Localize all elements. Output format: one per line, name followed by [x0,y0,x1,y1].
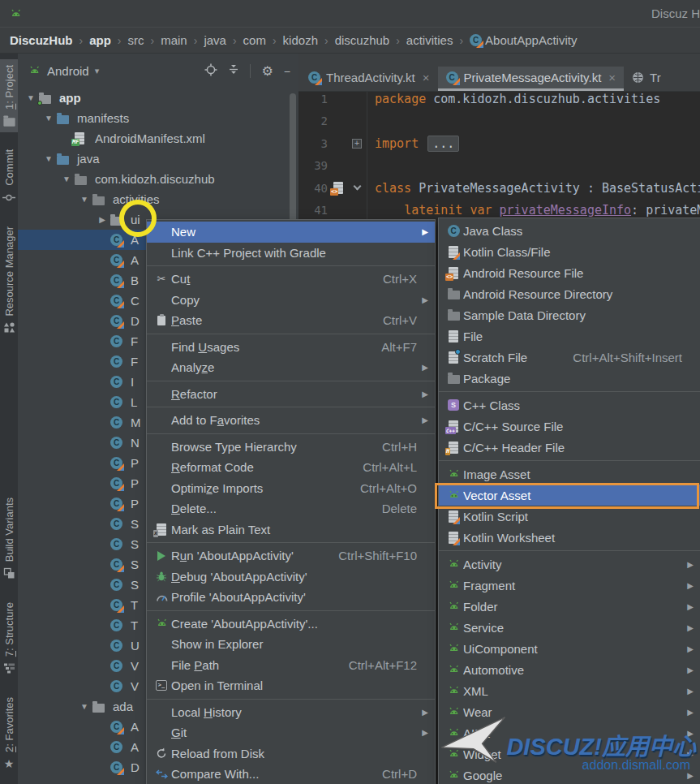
java-class-icon: C [110,518,128,530]
tool-window-button[interactable]: 2: Favorites ★ [0,691,18,775]
context-menu-item[interactable]: Browse Type Hierarchy Ctrl+H ▶ [147,437,435,458]
tree-row[interactable]: ▼ activities [18,189,298,209]
android-robot-icon [152,617,171,630]
submenu-item[interactable]: Service ▶ [439,617,700,638]
context-menu-item[interactable]: Local History ▶ [147,702,435,723]
breadcrumb-item[interactable]: kidozh › [283,33,335,47]
code-area[interactable]: 1 package com.kidozh.discuzhub.activitie… [298,88,700,222]
submenu-item[interactable]: Scratch File Ctrl+Alt+Shift+Insert ▶ [439,347,700,368]
tree-row[interactable]: ▼ manifests [18,108,298,128]
tree-row[interactable]: ▼ com.kidozh.discuzhub [18,169,298,189]
fold-marker[interactable] [349,187,365,189]
tool-window-button[interactable]: Build Variants [0,492,18,585]
submenu-item[interactable]: Fragment ▶ [439,575,700,596]
context-menu-item[interactable]: Copy ▶ [147,290,435,311]
breadcrumb-item[interactable]: app › [89,33,127,47]
context-menu-item[interactable]: Link C++ Project with Gradle ▶ [147,243,435,264]
breadcrumb-separator-icon: › [194,34,198,47]
tab-close-icon[interactable]: × [608,71,616,84]
submenu-item[interactable]: Wear ▶ [439,701,700,722]
expand-arrow-icon[interactable]: ▼ [76,195,92,204]
submenu-item[interactable]: Sample Data Directory ▶ [439,304,700,325]
tree-row[interactable]: ▼ java [18,149,298,169]
panel-action-button[interactable] [228,63,239,78]
breadcrumb-item[interactable]: DiscuzHub › [10,33,89,47]
expand-arrow-icon[interactable]: ▼ [23,93,39,102]
context-menu-item[interactable]: Reload from Disk ▶ [147,743,435,765]
window-title: Discuz H [651,6,700,20]
project-view-selector[interactable]: Android [47,64,89,78]
context-menu-item[interactable]: Paste Ctrl+V ▶ [147,310,435,331]
fold-marker[interactable]: + [349,139,365,149]
context-menu-item[interactable]: Find Usages Alt+F7 ▶ [147,337,435,358]
breadcrumb-item[interactable]: com › [243,33,283,47]
submenu-item[interactable]: Android Resource Directory ▶ [439,283,700,304]
context-menu-item[interactable]: Optimize Imports Ctrl+Alt+O ▶ [147,478,435,499]
tool-window-button[interactable]: 1: Project [0,59,18,132]
context-menu-item[interactable]: x Mark as Plain Text ▶ [147,519,435,541]
context-menu-item[interactable]: Debug 'AboutAppActivity' ▶ [147,566,435,588]
tab-close-icon[interactable]: × [423,71,430,84]
context-menu-item[interactable]: ✂ Cut Ctrl+X ▶ [147,269,435,290]
context-menu-item[interactable]: Delete... Delete ▶ [147,498,435,519]
context-menu-item[interactable]: New ▶ [147,222,435,243]
breadcrumb-item[interactable]: discuzhub › [335,33,406,47]
submenu-item[interactable]: Automotive ▶ [439,659,700,680]
code-line: 1 package com.kidozh.discuzhub.activitie… [298,88,700,110]
submenu-item[interactable]: <> Android Resource File ▶ [439,262,700,283]
context-menu-item[interactable]: Refactor ▶ [147,384,435,405]
submenu-item[interactable]: C++ C/C++ Source File ▶ [439,416,700,437]
context-menu-item[interactable]: Git ▶ [147,722,435,743]
submenu-item[interactable]: UiComponent ▶ [439,638,700,659]
context-menu-item[interactable]: Analyze ▶ [147,357,435,378]
expand-arrow-icon[interactable]: ▼ [41,114,57,123]
breadcrumb-item[interactable]: activities › [406,33,470,47]
line-number: 3 [298,137,328,150]
submenu-item[interactable]: Kotlin Class/File ▶ [439,241,700,262]
expand-arrow-icon[interactable]: ▼ [41,154,57,163]
context-menu-item[interactable]: Add to Favorites ▶ [147,410,435,431]
panel-action-button[interactable]: ⚙ [261,64,273,78]
context-menu-item[interactable]: File Path Ctrl+Alt+F12 ▶ [147,655,435,676]
submenu-item[interactable]: XML ▶ [439,680,700,701]
breadcrumb-item[interactable]: C AboutAppActivity › [470,33,577,47]
submenu-item[interactable]: File ▶ [439,325,700,347]
tool-window-button[interactable]: Resource Manager [0,221,18,340]
tool-window-button[interactable]: Commit [0,144,18,209]
expand-arrow-icon[interactable]: ▼ [58,174,75,183]
tool-structure-icon [3,662,15,674]
context-menu-item[interactable]: Run 'AboutAppActivity' Ctrl+Shift+F10 ▶ [147,545,435,566]
context-menu-item[interactable]: Reformat Code Ctrl+Alt+L ▶ [147,457,435,478]
context-menu-item[interactable]: Profile 'AboutAppActivity' ▶ [147,587,435,608]
gutter-icon-slot[interactable]: <> [328,182,349,194]
submenu-item[interactable]: S C++ Class ▶ [439,394,700,416]
tool-window-button[interactable]: 7: Structure [0,597,18,680]
expand-arrow-icon[interactable]: ▼ [76,702,92,711]
breadcrumb-item[interactable]: src › [128,33,161,47]
submenu-item[interactable]: H C/C++ Header File ▶ [439,437,700,458]
tree-row[interactable]: MF AndroidManifest.xml [18,128,298,149]
submenu-item[interactable]: Image Asset ▶ [439,463,700,485]
breadcrumb-item[interactable]: java › [204,33,243,47]
context-menu-item[interactable]: Create 'AboutAppActivity'... ▶ [147,614,435,635]
panel-action-button[interactable]: − [284,64,290,78]
submenu-arrow-icon: ▶ [682,581,694,590]
expand-arrow-icon[interactable]: ▶ [94,215,110,224]
context-menu-item[interactable]: Compare With... Ctrl+D ▶ [147,764,435,784]
line-number: 41 [298,204,328,217]
shortcut-text: Ctrl+Alt+O [360,481,417,495]
panel-action-button[interactable] [204,63,217,79]
shortcut-text: Ctrl+Alt+F12 [349,658,417,672]
code-line: 40 <> class PrivateMessageActivity : Bas… [298,177,700,200]
submenu-item[interactable]: Folder ▶ [439,596,700,617]
tree-row[interactable]: ▼ app [18,88,298,108]
breadcrumb-item[interactable]: main › [161,33,204,47]
submenu-item[interactable]: Kotlin Worksheet ▶ [439,527,700,548]
submenu-item[interactable]: Package ▶ [439,368,700,389]
context-menu-item[interactable]: Show in Explorer ▶ [147,634,435,655]
chevron-down-icon[interactable]: ▾ [95,66,100,76]
submenu-arrow-icon: ▶ [417,363,428,372]
context-menu-item[interactable]: >_ Open in Terminal ▶ [147,675,435,696]
submenu-item[interactable]: Activity ▶ [439,554,700,575]
submenu-item[interactable]: C Java Class ▶ [439,220,700,241]
